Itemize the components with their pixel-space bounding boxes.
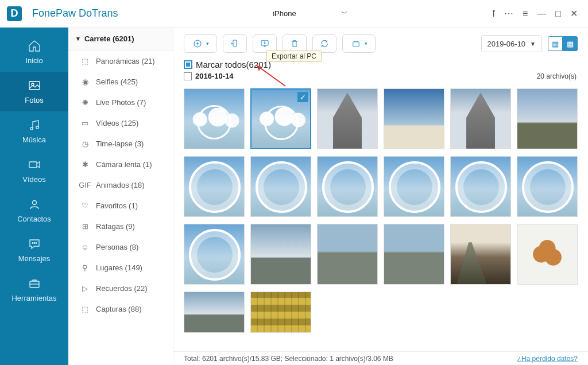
photo-thumb[interactable]	[184, 292, 245, 333]
maximize-button[interactable]: □	[555, 9, 561, 19]
album-label: Time-lapse (3)	[96, 139, 144, 148]
photo-thumb[interactable]	[517, 156, 578, 217]
sidebar-item-label: Vídeos	[22, 175, 45, 184]
photo-thumb[interactable]	[184, 88, 245, 149]
photo-thumb[interactable]	[250, 224, 311, 285]
date-filter[interactable]: 2019-06-10▼	[481, 35, 542, 52]
video-icon	[28, 158, 41, 172]
sidebar-item-musica[interactable]: Música	[0, 111, 68, 151]
date-filter-value: 2019-06-10	[488, 40, 526, 48]
photo-thumb[interactable]	[384, 156, 444, 217]
chevron-down-icon: ▼	[75, 36, 81, 42]
app-title: FonePaw DoTrans	[32, 7, 118, 20]
toolbar: ▾ ▾ Exportar al PC 2019-06-10▼ ▦ ▩	[173, 28, 588, 60]
select-all-checkbox[interactable]	[184, 60, 192, 69]
album-item[interactable]: ⬚Panorámicas (21)	[68, 51, 173, 71]
album-item[interactable]: ♡Favoritos (1)	[68, 195, 173, 216]
album-item[interactable]: ◷Time-lapse (3)	[68, 133, 173, 154]
album-item[interactable]: ⊞Ráfagas (9)	[68, 216, 173, 236]
sidebar-item-label: Contactos	[17, 215, 51, 223]
toolbox-icon	[28, 277, 41, 290]
view-tile-large[interactable]: ▦	[548, 36, 563, 51]
album-item[interactable]: ✱Cámara lenta (1)	[68, 154, 173, 174]
photo-thumb[interactable]	[450, 224, 511, 285]
album-item[interactable]: ✺Live Photos (7)	[68, 92, 173, 112]
album-label: Lugares (149)	[96, 263, 142, 272]
messages-icon	[28, 237, 41, 251]
device-name: iPhone	[273, 9, 296, 18]
music-icon	[28, 118, 41, 132]
album-label: Panorámicas (21)	[96, 57, 155, 65]
status-bar: Total: 6201 archivo(s)/15.83 GB; Selecci…	[173, 351, 588, 365]
photo-thumb[interactable]	[250, 156, 311, 217]
album-label: Live Photos (7)	[96, 98, 146, 107]
menu-icon[interactable]: ≡	[523, 9, 528, 19]
album-list: ▼Carrete (6201) ⬚Panorámicas (21)◉Selfie…	[68, 28, 173, 365]
minimize-button[interactable]: —	[537, 9, 546, 19]
album-root[interactable]: ▼Carrete (6201)	[68, 28, 173, 51]
sidebar-item-label: Música	[22, 135, 46, 144]
album-item[interactable]: GIFAnimados (18)	[68, 174, 173, 195]
photo-grid: ✓	[173, 84, 588, 351]
sidebar-item-contactos[interactable]: Contactos	[0, 191, 68, 230]
album-root-label: Carrete (6201)	[84, 34, 134, 43]
album-label: Cámara lenta (1)	[96, 160, 152, 169]
chevron-down-icon: ▼	[530, 41, 536, 47]
photo-thumb[interactable]	[250, 292, 311, 333]
lost-data-link[interactable]: ¿Ha perdido datos?	[517, 355, 578, 363]
album-icon: ☺	[80, 243, 90, 251]
photo-thumb[interactable]	[317, 88, 378, 149]
device-selector[interactable]: iPhone ﹀	[118, 9, 492, 18]
photo-thumb[interactable]	[450, 156, 511, 217]
album-item[interactable]: ⚲Lugares (149)	[68, 257, 173, 278]
feedback-icon[interactable]: ⋯	[504, 8, 513, 19]
photo-thumb[interactable]	[317, 224, 378, 285]
more-tools-button[interactable]: ▾	[342, 34, 376, 53]
chevron-down-icon: ▾	[365, 41, 368, 46]
album-icon: ⊞	[80, 222, 90, 231]
sidebar: Inicio Fotos Música Vídeos Contactos Men…	[0, 28, 68, 365]
photo-thumb[interactable]	[517, 224, 578, 285]
album-item[interactable]: ◉Selfies (425)	[68, 71, 173, 92]
album-icon: ▭	[80, 119, 90, 127]
contacts-icon	[28, 197, 41, 211]
photo-thumb[interactable]	[317, 156, 378, 217]
svg-point-6	[32, 243, 33, 244]
app-logo: D	[7, 6, 22, 21]
group-checkbox[interactable]	[184, 72, 192, 80]
sidebar-item-fotos[interactable]: Fotos	[0, 72, 68, 111]
photo-thumb[interactable]	[384, 224, 444, 285]
sidebar-item-inicio[interactable]: Inicio	[0, 32, 68, 72]
album-icon: GIF	[80, 181, 90, 189]
photo-thumb[interactable]	[517, 88, 578, 149]
album-item[interactable]: ▭Vídeos (125)	[68, 112, 173, 133]
export-to-device-button[interactable]	[223, 34, 247, 53]
album-icon: ⬚	[80, 57, 90, 65]
album-label: Recuerdos (22)	[96, 284, 148, 293]
album-label: Personas (8)	[96, 243, 138, 251]
album-item[interactable]: ▷Recuerdos (22)	[68, 278, 173, 298]
add-button[interactable]: ▾	[184, 34, 217, 53]
svg-rect-13	[353, 42, 359, 46]
chevron-down-icon: ▾	[206, 41, 209, 46]
close-button[interactable]: ✕	[570, 8, 578, 19]
svg-point-7	[34, 243, 35, 244]
home-icon	[28, 39, 41, 53]
album-item[interactable]: ⬚Capturas (88)	[68, 298, 173, 319]
album-icon: ⚲	[80, 263, 90, 272]
photo-thumb[interactable]: ✓	[250, 88, 311, 149]
photo-thumb[interactable]	[184, 224, 245, 285]
photo-thumb[interactable]	[184, 156, 245, 217]
photo-thumb[interactable]	[384, 88, 444, 149]
sidebar-item-label: Inicio	[25, 56, 42, 65]
svg-rect-11	[233, 40, 237, 46]
view-tile-small[interactable]: ▩	[563, 36, 578, 51]
sidebar-item-videos[interactable]: Vídeos	[0, 151, 68, 191]
photo-thumb[interactable]	[450, 88, 511, 149]
sidebar-item-mensajes[interactable]: Mensajes	[0, 230, 68, 270]
facebook-icon[interactable]: f	[493, 9, 495, 19]
sidebar-item-herramientas[interactable]: Herramientas	[0, 270, 68, 309]
album-item[interactable]: ☺Personas (8)	[68, 236, 173, 257]
svg-point-5	[32, 201, 36, 205]
album-icon: ⬚	[80, 305, 90, 313]
